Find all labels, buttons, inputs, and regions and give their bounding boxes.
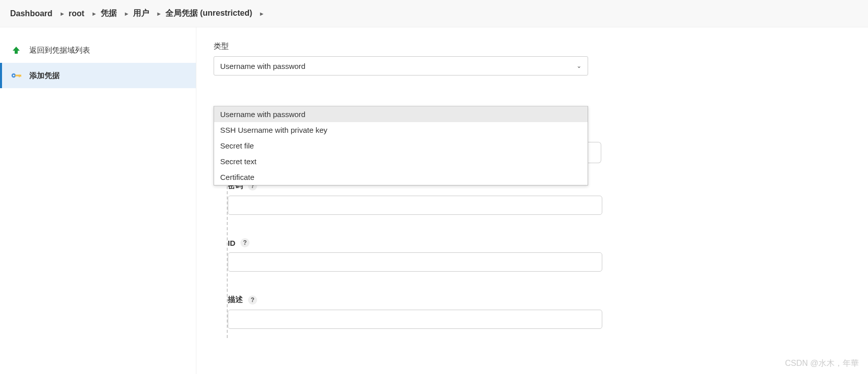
main-content: 类型 Username with password ⌄ Username wit… — [196, 27, 868, 374]
type-option-username-password[interactable]: Username with password — [214, 106, 588, 122]
chevron-right-icon: ▸ — [61, 10, 64, 17]
breadcrumb-item-credentials[interactable]: 凭据 — [101, 8, 117, 19]
svg-rect-4 — [20, 74, 21, 77]
breadcrumb: Dashboard ▸ root ▸ 凭据 ▸ 用户 ▸ 全局凭据 (unres… — [0, 0, 868, 27]
sidebar-item-add-credentials[interactable]: 添加凭据 — [0, 63, 196, 88]
password-input[interactable] — [228, 196, 602, 215]
breadcrumb-item-global[interactable]: 全局凭据 (unrestricted) — [166, 8, 253, 19]
type-option-ssh[interactable]: SSH Username with private key — [214, 122, 588, 138]
id-label: ID ? — [228, 238, 851, 247]
description-label: 描述 ? — [228, 295, 851, 305]
breadcrumb-item-root[interactable]: root — [69, 9, 85, 18]
type-option-certificate[interactable]: Certificate — [214, 169, 588, 185]
type-dropdown: Username with password SSH Username with… — [214, 106, 588, 185]
svg-rect-3 — [19, 74, 20, 77]
type-option-secret-text[interactable]: Secret text — [214, 154, 588, 169]
type-label: 类型 — [214, 42, 851, 51]
type-option-secret-file[interactable]: Secret file — [214, 138, 588, 154]
hidden-field-edge — [588, 142, 601, 163]
type-select[interactable]: Username with password ⌄ — [214, 56, 588, 76]
id-input[interactable] — [228, 252, 602, 272]
key-icon — [10, 72, 22, 79]
chevron-right-icon: ▸ — [125, 10, 128, 17]
sidebar-item-back[interactable]: 返回到凭据域列表 — [0, 38, 196, 63]
help-icon[interactable]: ? — [248, 295, 257, 305]
svg-point-1 — [13, 74, 14, 76]
type-select-value: Username with password — [220, 62, 305, 70]
sidebar: 返回到凭据域列表 添加凭据 — [0, 27, 196, 374]
chevron-right-icon: ▸ — [260, 10, 263, 17]
breadcrumb-item-dashboard[interactable]: Dashboard — [10, 9, 53, 18]
breadcrumb-item-user[interactable]: 用户 — [133, 8, 149, 19]
chevron-down-icon: ⌄ — [576, 62, 582, 69]
chevron-right-icon: ▸ — [157, 10, 160, 17]
help-icon[interactable]: ? — [240, 238, 250, 247]
chevron-right-icon: ▸ — [93, 10, 96, 17]
watermark-text: CSDN @水木，年華 — [785, 358, 859, 369]
sidebar-item-label: 返回到凭据域列表 — [29, 46, 90, 55]
up-arrow-icon — [10, 46, 22, 55]
sidebar-item-label: 添加凭据 — [29, 71, 60, 81]
description-input[interactable] — [228, 310, 602, 329]
